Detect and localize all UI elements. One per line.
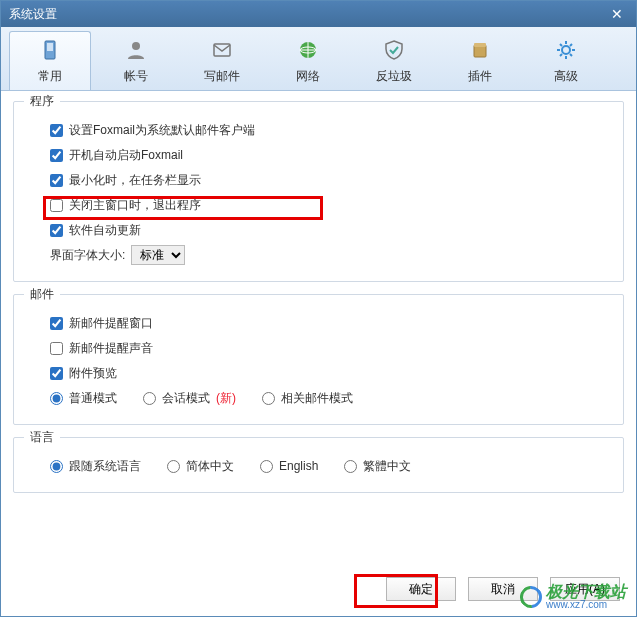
radio-label: 简体中文 xyxy=(186,458,234,475)
network-icon xyxy=(296,38,320,62)
group-language: 语言 跟随系统语言 简体中文 English 繁體中文 xyxy=(13,437,624,493)
radio-label: 会话模式 xyxy=(162,390,210,407)
radio-lang-system[interactable] xyxy=(50,460,63,473)
radio-normal-mode[interactable] xyxy=(50,392,63,405)
chk-label: 软件自动更新 xyxy=(69,222,141,239)
ok-button[interactable]: 确定 xyxy=(386,577,456,601)
cancel-button[interactable]: 取消 xyxy=(468,577,538,601)
tab-label: 高级 xyxy=(554,68,578,85)
toolbar: 常用 帐号 写邮件 网络 反垃圾 插件 高级 xyxy=(1,27,636,91)
font-size-select[interactable]: 标准 xyxy=(131,245,185,265)
tab-label: 常用 xyxy=(38,68,62,85)
svg-point-8 xyxy=(562,46,570,54)
radio-label: 相关邮件模式 xyxy=(281,390,353,407)
chk-attachment-preview[interactable] xyxy=(50,367,63,380)
chk-default-client[interactable] xyxy=(50,124,63,137)
font-size-label: 界面字体大小: xyxy=(50,247,125,264)
new-hint: (新) xyxy=(216,390,236,407)
svg-rect-7 xyxy=(474,43,486,47)
tab-compose[interactable]: 写邮件 xyxy=(181,31,263,90)
chk-minimize-tray[interactable] xyxy=(50,174,63,187)
tab-network[interactable]: 网络 xyxy=(267,31,349,90)
group-title: 程序 xyxy=(24,93,60,110)
chk-auto-update[interactable] xyxy=(50,224,63,237)
svg-rect-1 xyxy=(47,43,53,51)
tab-label: 帐号 xyxy=(124,68,148,85)
chk-newmail-popup[interactable] xyxy=(50,317,63,330)
titlebar: 系统设置 ✕ xyxy=(1,1,636,27)
group-mail: 邮件 新邮件提醒窗口 新邮件提醒声音 附件预览 普通模式 会话模式(新) 相关邮… xyxy=(13,294,624,425)
chk-newmail-sound[interactable] xyxy=(50,342,63,355)
tab-spam[interactable]: 反垃圾 xyxy=(353,31,435,90)
tab-label: 写邮件 xyxy=(204,68,240,85)
tab-account[interactable]: 帐号 xyxy=(95,31,177,90)
window-title: 系统设置 xyxy=(9,6,606,23)
tab-label: 反垃圾 xyxy=(376,68,412,85)
group-title: 邮件 xyxy=(24,286,60,303)
tab-label: 插件 xyxy=(468,68,492,85)
radio-label: 普通模式 xyxy=(69,390,117,407)
radio-lang-en[interactable] xyxy=(260,460,273,473)
chk-label: 设置Foxmail为系统默认邮件客户端 xyxy=(69,122,255,139)
chk-label: 开机自动启动Foxmail xyxy=(69,147,183,164)
tab-common[interactable]: 常用 xyxy=(9,31,91,90)
chk-label: 新邮件提醒声音 xyxy=(69,340,153,357)
footer: 确定 取消 应用(A) 极光下载站 www.xz7.com xyxy=(1,568,636,616)
apply-button[interactable]: 应用(A) xyxy=(550,577,620,601)
svg-rect-3 xyxy=(214,44,230,56)
close-icon[interactable]: ✕ xyxy=(606,5,628,23)
chk-label: 新邮件提醒窗口 xyxy=(69,315,153,332)
radio-label: English xyxy=(279,459,318,473)
plugin-icon xyxy=(468,38,492,62)
radio-label: 跟随系统语言 xyxy=(69,458,141,475)
tab-label: 网络 xyxy=(296,68,320,85)
common-icon xyxy=(38,38,62,62)
spam-icon xyxy=(382,38,406,62)
chk-exit-on-close[interactable] xyxy=(50,199,63,212)
group-title: 语言 xyxy=(24,429,60,446)
tab-plugin[interactable]: 插件 xyxy=(439,31,521,90)
content-panel: 程序 设置Foxmail为系统默认邮件客户端 开机自动启动Foxmail 最小化… xyxy=(1,91,636,568)
group-program: 程序 设置Foxmail为系统默认邮件客户端 开机自动启动Foxmail 最小化… xyxy=(13,101,624,282)
chk-label: 附件预览 xyxy=(69,365,117,382)
radio-lang-zhcn[interactable] xyxy=(167,460,180,473)
radio-lang-zhtw[interactable] xyxy=(344,460,357,473)
svg-point-2 xyxy=(132,42,140,50)
account-icon xyxy=(124,38,148,62)
chk-autostart[interactable] xyxy=(50,149,63,162)
chk-label: 最小化时，在任务栏显示 xyxy=(69,172,201,189)
gear-icon xyxy=(554,38,578,62)
radio-conversation-mode[interactable] xyxy=(143,392,156,405)
radio-label: 繁體中文 xyxy=(363,458,411,475)
tab-advanced[interactable]: 高级 xyxy=(525,31,607,90)
radio-related-mode[interactable] xyxy=(262,392,275,405)
chk-label: 关闭主窗口时，退出程序 xyxy=(69,197,201,214)
settings-window: 系统设置 ✕ 常用 帐号 写邮件 网络 反垃圾 插件 高级 xyxy=(0,0,637,617)
watermark-url: www.xz7.com xyxy=(546,600,626,610)
compose-icon xyxy=(210,38,234,62)
